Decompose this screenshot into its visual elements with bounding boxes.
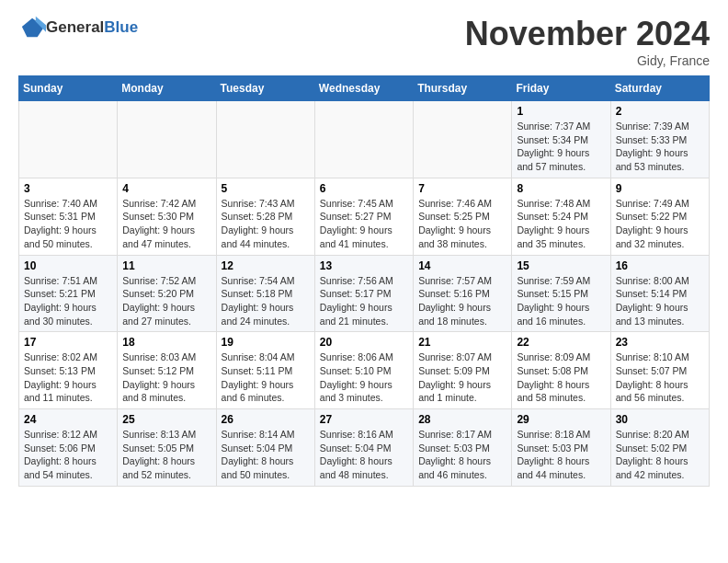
day-number: 1 — [517, 105, 605, 118]
day-number: 18 — [122, 336, 210, 349]
day-info: Sunrise: 7:37 AM Sunset: 5:34 PM Dayligh… — [517, 120, 605, 174]
day-number: 16 — [616, 259, 704, 272]
day-number: 29 — [517, 413, 605, 426]
logo-general: General — [46, 18, 104, 36]
day-info: Sunrise: 8:04 AM Sunset: 5:11 PM Dayligh… — [222, 350, 310, 405]
weekday-header-friday: Friday — [512, 76, 610, 101]
day-number: 9 — [616, 182, 704, 195]
calendar-cell: 5Sunrise: 7:43 AM Sunset: 5:28 PM Daylig… — [216, 178, 314, 255]
day-info: Sunrise: 8:12 AM Sunset: 5:06 PM Dayligh… — [24, 428, 112, 482]
day-number: 5 — [222, 182, 310, 195]
day-number: 23 — [616, 336, 704, 349]
calendar-cell: 8Sunrise: 7:48 AM Sunset: 5:24 PM Daylig… — [512, 178, 610, 255]
location: Gidy, France — [465, 53, 710, 68]
day-number: 11 — [122, 259, 210, 272]
calendar-cell — [19, 101, 118, 178]
day-info: Sunrise: 7:54 AM Sunset: 5:18 PM Dayligh… — [222, 274, 310, 328]
day-info: Sunrise: 8:20 AM Sunset: 5:02 PM Dayligh… — [616, 428, 704, 482]
calendar-cell: 12Sunrise: 7:54 AM Sunset: 5:18 PM Dayli… — [216, 255, 314, 332]
calendar-cell: 14Sunrise: 7:57 AM Sunset: 5:16 PM Dayli… — [414, 255, 512, 332]
calendar-cell: 7Sunrise: 7:46 AM Sunset: 5:25 PM Daylig… — [414, 178, 512, 255]
calendar-cell: 4Sunrise: 7:42 AM Sunset: 5:30 PM Daylig… — [118, 178, 216, 255]
calendar-cell: 17Sunrise: 8:02 AM Sunset: 5:13 PM Dayli… — [19, 332, 118, 409]
day-info: Sunrise: 7:42 AM Sunset: 5:30 PM Dayligh… — [122, 197, 210, 251]
day-info: Sunrise: 8:02 AM Sunset: 5:13 PM Dayligh… — [24, 350, 112, 405]
day-info: Sunrise: 7:57 AM Sunset: 5:16 PM Dayligh… — [418, 274, 506, 328]
calendar-table: SundayMondayTuesdayWednesdayThursdayFrid… — [18, 75, 710, 487]
calendar-cell: 18Sunrise: 8:03 AM Sunset: 5:12 PM Dayli… — [118, 332, 216, 409]
calendar-cell: 23Sunrise: 8:10 AM Sunset: 5:07 PM Dayli… — [610, 332, 709, 409]
calendar-cell: 13Sunrise: 7:56 AM Sunset: 5:17 PM Dayli… — [314, 255, 413, 332]
day-info: Sunrise: 8:03 AM Sunset: 5:12 PM Dayligh… — [122, 350, 210, 405]
day-number: 6 — [320, 182, 408, 195]
day-number: 21 — [418, 336, 506, 349]
day-info: Sunrise: 7:48 AM Sunset: 5:24 PM Dayligh… — [517, 197, 605, 251]
calendar-cell: 1Sunrise: 7:37 AM Sunset: 5:34 PM Daylig… — [512, 101, 610, 178]
day-number: 19 — [222, 336, 310, 349]
calendar-cell: 25Sunrise: 8:13 AM Sunset: 5:05 PM Dayli… — [118, 409, 216, 487]
day-number: 28 — [418, 413, 506, 426]
day-info: Sunrise: 8:06 AM Sunset: 5:10 PM Dayligh… — [320, 350, 408, 405]
day-number: 20 — [320, 336, 408, 349]
day-number: 22 — [517, 336, 605, 349]
calendar-cell — [118, 101, 216, 178]
day-info: Sunrise: 7:51 AM Sunset: 5:21 PM Dayligh… — [24, 274, 112, 328]
weekday-header-monday: Monday — [118, 76, 216, 101]
calendar-cell: 11Sunrise: 7:52 AM Sunset: 5:20 PM Dayli… — [118, 255, 216, 332]
logo: GeneralBlue — [18, 15, 138, 40]
day-info: Sunrise: 7:59 AM Sunset: 5:15 PM Dayligh… — [517, 274, 605, 328]
calendar-cell: 27Sunrise: 8:16 AM Sunset: 5:04 PM Dayli… — [314, 409, 413, 487]
day-number: 30 — [616, 413, 704, 426]
day-info: Sunrise: 7:52 AM Sunset: 5:20 PM Dayligh… — [122, 274, 210, 328]
day-number: 24 — [24, 413, 112, 426]
day-info: Sunrise: 7:56 AM Sunset: 5:17 PM Dayligh… — [320, 274, 408, 328]
calendar-cell: 29Sunrise: 8:18 AM Sunset: 5:03 PM Dayli… — [512, 409, 610, 487]
calendar-cell: 10Sunrise: 7:51 AM Sunset: 5:21 PM Dayli… — [19, 255, 118, 332]
calendar-cell: 16Sunrise: 8:00 AM Sunset: 5:14 PM Dayli… — [610, 255, 709, 332]
calendar-cell: 24Sunrise: 8:12 AM Sunset: 5:06 PM Dayli… — [19, 409, 118, 487]
page-header: GeneralBlue November 2024 Gidy, France — [18, 15, 710, 68]
month-title: November 2024 — [465, 15, 710, 53]
calendar-cell — [216, 101, 314, 178]
calendar-cell: 22Sunrise: 8:09 AM Sunset: 5:08 PM Dayli… — [512, 332, 610, 409]
weekday-header-sunday: Sunday — [19, 76, 118, 101]
day-info: Sunrise: 7:43 AM Sunset: 5:28 PM Dayligh… — [222, 197, 310, 251]
day-info: Sunrise: 7:46 AM Sunset: 5:25 PM Dayligh… — [418, 197, 506, 251]
day-number: 7 — [418, 182, 506, 195]
calendar-cell: 3Sunrise: 7:40 AM Sunset: 5:31 PM Daylig… — [19, 178, 118, 255]
day-number: 15 — [517, 259, 605, 272]
day-info: Sunrise: 8:00 AM Sunset: 5:14 PM Dayligh… — [616, 274, 704, 328]
day-info: Sunrise: 8:10 AM Sunset: 5:07 PM Dayligh… — [616, 350, 704, 405]
weekday-header-saturday: Saturday — [610, 76, 709, 101]
calendar-cell: 6Sunrise: 7:45 AM Sunset: 5:27 PM Daylig… — [314, 178, 413, 255]
calendar-cell: 15Sunrise: 7:59 AM Sunset: 5:15 PM Dayli… — [512, 255, 610, 332]
logo-icon — [20, 15, 46, 40]
day-info: Sunrise: 8:18 AM Sunset: 5:03 PM Dayligh… — [517, 428, 605, 482]
day-number: 10 — [24, 259, 112, 272]
day-number: 8 — [517, 182, 605, 195]
day-number: 3 — [24, 182, 112, 195]
day-number: 2 — [616, 105, 704, 118]
title-block: November 2024 Gidy, France — [465, 15, 710, 68]
day-info: Sunrise: 7:49 AM Sunset: 5:22 PM Dayligh… — [616, 197, 704, 251]
day-number: 13 — [320, 259, 408, 272]
calendar-cell: 2Sunrise: 7:39 AM Sunset: 5:33 PM Daylig… — [610, 101, 709, 178]
weekday-header-tuesday: Tuesday — [216, 76, 314, 101]
day-number: 27 — [320, 413, 408, 426]
calendar-cell: 21Sunrise: 8:07 AM Sunset: 5:09 PM Dayli… — [414, 332, 512, 409]
calendar-cell: 9Sunrise: 7:49 AM Sunset: 5:22 PM Daylig… — [610, 178, 709, 255]
day-number: 14 — [418, 259, 506, 272]
calendar-cell: 19Sunrise: 8:04 AM Sunset: 5:11 PM Dayli… — [216, 332, 314, 409]
day-info: Sunrise: 8:13 AM Sunset: 5:05 PM Dayligh… — [122, 428, 210, 482]
calendar-cell: 20Sunrise: 8:06 AM Sunset: 5:10 PM Dayli… — [314, 332, 413, 409]
logo-blue: Blue — [104, 18, 138, 36]
day-info: Sunrise: 8:17 AM Sunset: 5:03 PM Dayligh… — [418, 428, 506, 482]
day-info: Sunrise: 8:07 AM Sunset: 5:09 PM Dayligh… — [418, 350, 506, 405]
weekday-header-wednesday: Wednesday — [314, 76, 413, 101]
calendar-cell: 28Sunrise: 8:17 AM Sunset: 5:03 PM Dayli… — [414, 409, 512, 487]
day-info: Sunrise: 8:14 AM Sunset: 5:04 PM Dayligh… — [222, 428, 310, 482]
day-number: 12 — [222, 259, 310, 272]
calendar-cell: 30Sunrise: 8:20 AM Sunset: 5:02 PM Dayli… — [610, 409, 709, 487]
day-number: 17 — [24, 336, 112, 349]
day-info: Sunrise: 8:09 AM Sunset: 5:08 PM Dayligh… — [517, 350, 605, 405]
